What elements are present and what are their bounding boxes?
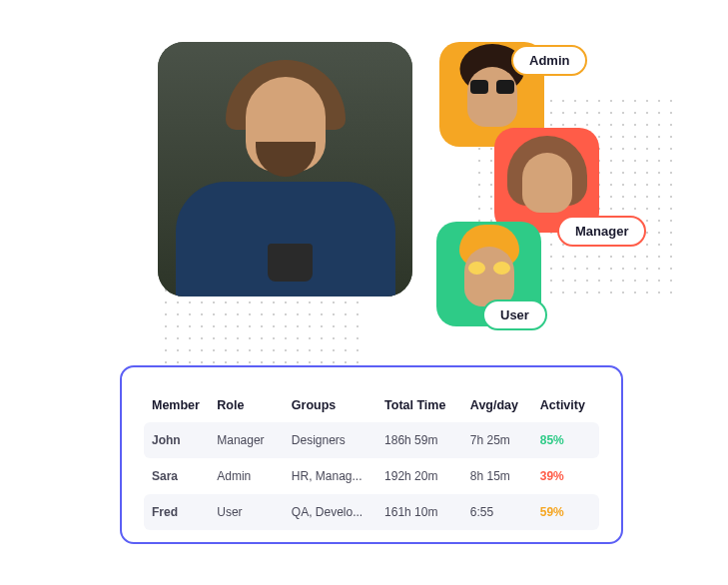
cell-activity: 85% (540, 433, 591, 447)
header-avg-day: Avg/day (470, 398, 540, 412)
role-badge-admin: Admin (511, 45, 587, 76)
cell-groups: QA, Develo... (292, 505, 384, 519)
header-member: Member (152, 398, 217, 412)
cell-groups: HR, Manag... (292, 469, 384, 483)
header-activity: Activity (540, 398, 591, 412)
cell-groups: Designers (292, 433, 384, 447)
cell-member: John (152, 433, 217, 447)
cell-member: Sara (152, 469, 217, 483)
role-badge-manager: Manager (557, 216, 646, 247)
table-header-row: Member Role Groups Total Time Avg/day Ac… (144, 387, 599, 422)
table-row[interactable]: Fred User QA, Develo... 161h 10m 6:55 59… (144, 494, 599, 530)
header-groups: Groups (292, 398, 384, 412)
header-role: Role (217, 398, 292, 412)
primary-user-photo (158, 42, 412, 296)
table-row[interactable]: Sara Admin HR, Manag... 192h 20m 8h 15m … (144, 458, 599, 494)
members-table: Member Role Groups Total Time Avg/day Ac… (120, 365, 623, 544)
cell-activity: 59% (540, 505, 591, 519)
cell-activity: 39% (540, 469, 591, 483)
cell-total-time: 161h 10m (384, 505, 470, 519)
cell-avg-day: 8h 15m (470, 469, 540, 483)
role-badge-user: User (482, 299, 547, 330)
cell-role: Manager (217, 433, 292, 447)
cell-total-time: 192h 20m (384, 469, 470, 483)
cell-avg-day: 6:55 (470, 505, 540, 519)
cell-role: Admin (217, 469, 292, 483)
cell-avg-day: 7h 25m (470, 433, 540, 447)
cell-role: User (217, 505, 292, 519)
cell-member: Fred (152, 505, 217, 519)
table-row[interactable]: John Manager Designers 186h 59m 7h 25m 8… (144, 422, 599, 458)
header-total-time: Total Time (384, 398, 470, 412)
cell-total-time: 186h 59m (384, 433, 470, 447)
